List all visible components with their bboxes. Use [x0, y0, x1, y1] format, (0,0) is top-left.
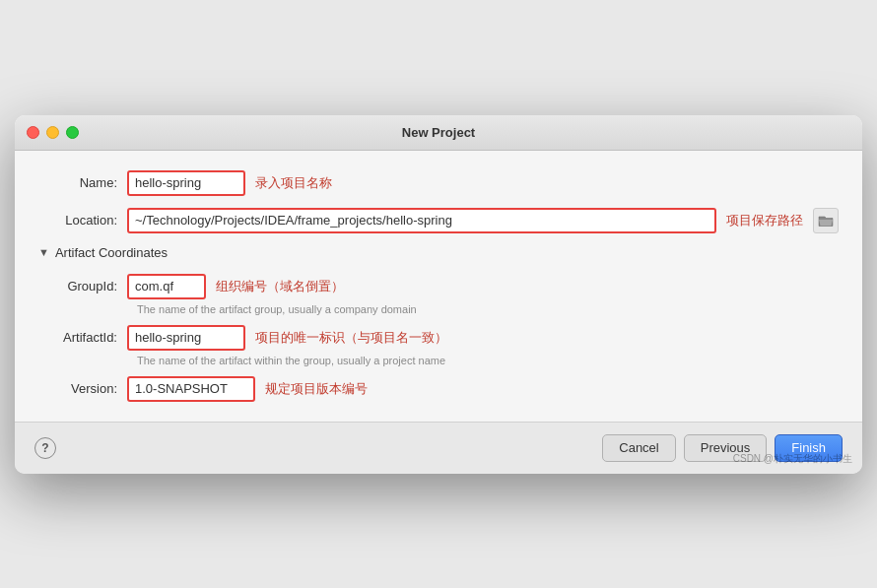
close-button[interactable] — [27, 126, 39, 139]
groupid-hint: The name of the artifact group, usually … — [137, 303, 839, 315]
dialog-footer: ? Cancel Previous Finish — [15, 422, 862, 474]
footer-left: ? — [34, 437, 56, 459]
artifactid-annotation: 项目的唯一标识（与项目名一致） — [255, 329, 447, 347]
location-field: 项目保存路径 — [127, 208, 839, 233]
artifact-section-header: ▼ Artifact Coordinates — [38, 245, 839, 260]
name-label: Name: — [38, 175, 127, 190]
watermark: CSDN @朴实无华的小书生 — [733, 452, 852, 466]
artifactid-input[interactable] — [127, 325, 245, 351]
version-input[interactable] — [127, 376, 255, 402]
help-icon: ? — [41, 441, 48, 455]
name-annotation: 录入项目名称 — [255, 174, 332, 192]
browse-folder-button[interactable] — [813, 208, 839, 233]
new-project-dialog: New Project Name: 录入项目名称 Location: 项目保存路… — [15, 115, 862, 474]
artifactid-hint: The name of the artifact within the grou… — [137, 355, 839, 366]
dialog-content: Name: 录入项目名称 Location: 项目保存路径 — [15, 151, 862, 422]
location-label: Location: — [38, 213, 127, 228]
name-input[interactable] — [127, 170, 245, 196]
groupid-label: GroupId: — [38, 279, 127, 294]
artifactid-field: 项目的唯一标识（与项目名一致） — [127, 325, 839, 351]
titlebar: New Project — [15, 115, 862, 151]
version-field: 规定项目版本编号 — [127, 376, 839, 402]
version-row: Version: 规定项目版本编号 — [38, 376, 839, 402]
minimize-button[interactable] — [46, 126, 59, 139]
artifactid-row: ArtifactId: 项目的唯一标识（与项目名一致） — [38, 325, 839, 351]
section-collapse-arrow[interactable]: ▼ — [38, 246, 49, 258]
location-input[interactable] — [127, 208, 716, 233]
help-button[interactable]: ? — [34, 437, 56, 459]
name-row: Name: 录入项目名称 — [38, 170, 839, 196]
name-field: 录入项目名称 — [127, 170, 839, 196]
maximize-button[interactable] — [66, 126, 79, 139]
titlebar-buttons — [27, 126, 79, 139]
location-annotation: 项目保存路径 — [726, 212, 803, 229]
groupid-row: GroupId: 组织编号（域名倒置） — [38, 274, 839, 299]
location-row: Location: 项目保存路径 — [38, 208, 839, 233]
cancel-button[interactable]: Cancel — [602, 434, 675, 462]
version-annotation: 规定项目版本编号 — [265, 380, 368, 398]
version-label: Version: — [38, 381, 127, 396]
groupid-annotation: 组织编号（域名倒置） — [216, 278, 344, 295]
dialog-title: New Project — [402, 125, 475, 140]
artifact-section-title: Artifact Coordinates — [55, 245, 168, 260]
artifactid-label: ArtifactId: — [38, 330, 127, 345]
artifact-section-body: GroupId: 组织编号（域名倒置） The name of the arti… — [38, 274, 839, 402]
groupid-field: 组织编号（域名倒置） — [127, 274, 839, 299]
groupid-input[interactable] — [127, 274, 206, 299]
